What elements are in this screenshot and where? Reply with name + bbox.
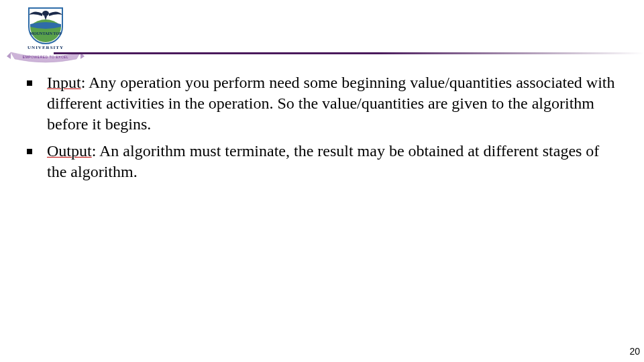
svg-text:EMPOWERED TO EXCEL: EMPOWERED TO EXCEL: [23, 55, 68, 59]
slide-content: Input: Any operation you perform need so…: [27, 72, 617, 188]
term-input: Input: [47, 74, 81, 91]
page-number: 20: [629, 346, 640, 357]
bullet-text: Input: Any operation you perform need so…: [47, 72, 617, 135]
bullet-icon: [27, 80, 32, 86]
svg-text:UNIVERSITY: UNIVERSITY: [28, 45, 64, 50]
svg-text:MOUNTAIN TOP: MOUNTAIN TOP: [30, 32, 62, 36]
header-divider: [54, 52, 644, 54]
list-item: Output: An algorithm must terminate, the…: [27, 141, 617, 182]
svg-point-0: [42, 11, 49, 16]
university-logo: MOUNTAIN TOP UNIVERSITY EMPOWERED TO EXC…: [5, 1, 86, 65]
bullet-icon: [27, 149, 32, 154]
term-output: Output: [47, 142, 92, 160]
logo-svg: MOUNTAIN TOP UNIVERSITY EMPOWERED TO EXC…: [5, 1, 86, 65]
rest-input: : Any operation you perform need some be…: [47, 74, 614, 133]
rest-output: : An algorithm must terminate, the resul…: [47, 142, 599, 180]
list-item: Input: Any operation you perform need so…: [27, 72, 617, 135]
bullet-text: Output: An algorithm must terminate, the…: [47, 141, 617, 182]
